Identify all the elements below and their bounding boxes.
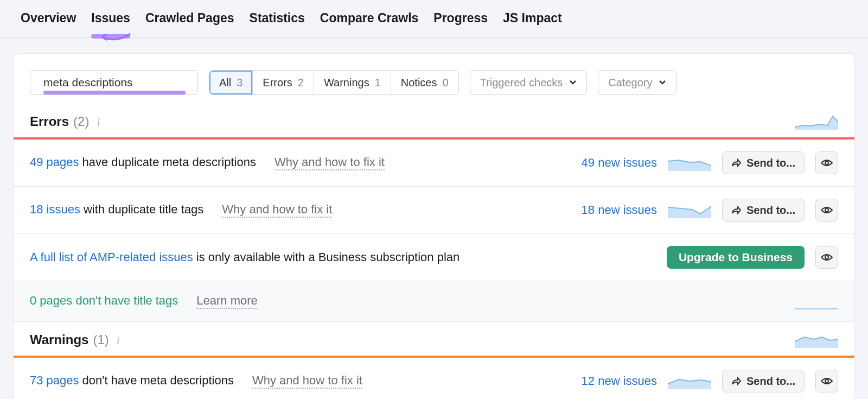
send-to-button[interactable]: Send to... bbox=[722, 199, 805, 221]
svg-point-7 bbox=[825, 379, 828, 383]
help-link[interactable]: Why and how to fix it bbox=[252, 373, 362, 389]
help-link[interactable]: Learn more bbox=[196, 294, 258, 309]
warnings-sparkline bbox=[795, 332, 838, 348]
warnings-header: Warnings (1) i bbox=[14, 322, 854, 356]
filter-warnings[interactable]: Warnings1 bbox=[314, 71, 391, 94]
share-arrow-icon bbox=[731, 377, 741, 385]
issue-row-upsell: A full list of AMP-related issues is onl… bbox=[14, 234, 854, 281]
filter-all[interactable]: All3 bbox=[209, 71, 253, 94]
eye-icon bbox=[821, 159, 833, 167]
issue-row: 73 pages don't have meta descriptions Wh… bbox=[14, 358, 854, 399]
tab-compare-crawls[interactable]: Compare Crawls bbox=[312, 0, 426, 37]
eye-button[interactable] bbox=[815, 246, 838, 269]
send-to-button[interactable]: Send to... bbox=[722, 370, 805, 392]
filter-errors[interactable]: Errors2 bbox=[253, 71, 314, 94]
sparkline bbox=[668, 202, 711, 218]
tab-crawled-pages[interactable]: Crawled Pages bbox=[138, 0, 242, 37]
chevron-down-icon bbox=[569, 80, 577, 85]
svg-point-4 bbox=[825, 161, 828, 164]
issue-row: 18 issues with duplicate title tags Why … bbox=[14, 187, 854, 234]
toolbar: All3 Errors2 Warnings1 Notices0 Triggere… bbox=[14, 70, 854, 104]
warnings-count: (1) bbox=[93, 332, 108, 347]
eye-button[interactable] bbox=[815, 370, 838, 392]
eye-button[interactable] bbox=[815, 151, 838, 174]
category-dropdown[interactable]: Category bbox=[598, 70, 676, 95]
issue-text: is only available with a Business subscr… bbox=[196, 250, 459, 264]
issue-link[interactable]: 49 pages bbox=[30, 155, 79, 169]
errors-sparkline bbox=[795, 113, 838, 130]
errors-title: Errors bbox=[30, 114, 69, 129]
eye-button[interactable] bbox=[815, 199, 838, 221]
upgrade-button[interactable]: Upgrade to Business bbox=[667, 246, 805, 269]
share-arrow-icon bbox=[731, 159, 741, 167]
issue-link[interactable]: 73 pages bbox=[30, 373, 79, 388]
info-icon[interactable]: i bbox=[97, 115, 100, 129]
issue-link[interactable]: A full list of AMP-related issues bbox=[30, 250, 193, 264]
search-input[interactable] bbox=[43, 76, 186, 89]
sparkline bbox=[668, 155, 711, 171]
issue-text: have duplicate meta descriptions bbox=[82, 155, 256, 169]
issue-row: 49 pages have duplicate meta description… bbox=[14, 140, 854, 187]
issue-row-zero: 0 pages don't have title tags Learn more bbox=[14, 281, 854, 322]
issue-link[interactable]: 18 issues bbox=[30, 202, 80, 217]
new-issues-count[interactable]: 12 new issues bbox=[582, 374, 657, 388]
errors-count: (2) bbox=[73, 114, 89, 129]
new-issues-count[interactable]: 49 new issues bbox=[582, 156, 657, 170]
svg-point-5 bbox=[825, 208, 828, 212]
chevron-down-icon bbox=[659, 80, 666, 85]
sparkline bbox=[668, 373, 711, 389]
send-to-button[interactable]: Send to... bbox=[722, 151, 805, 174]
eye-icon bbox=[821, 253, 833, 262]
triggered-checks-dropdown[interactable]: Triggered checks bbox=[470, 70, 588, 95]
errors-header: Errors (2) i bbox=[14, 104, 854, 137]
help-link[interactable]: Why and how to fix it bbox=[222, 202, 332, 218]
annotation-arrow-icon bbox=[98, 31, 136, 45]
help-link[interactable]: Why and how to fix it bbox=[275, 155, 385, 170]
tab-js-impact[interactable]: JS Impact bbox=[495, 0, 570, 37]
share-arrow-icon bbox=[731, 206, 741, 214]
tab-statistics[interactable]: Statistics bbox=[242, 0, 312, 37]
eye-icon bbox=[821, 206, 833, 214]
new-issues-count[interactable]: 18 new issues bbox=[582, 203, 657, 217]
sparkline-flat bbox=[795, 293, 838, 309]
tab-overview[interactable]: Overview bbox=[13, 0, 84, 37]
issue-text: don't have meta descriptions bbox=[82, 373, 234, 388]
tab-progress[interactable]: Progress bbox=[426, 0, 495, 37]
filter-notices[interactable]: Notices0 bbox=[391, 71, 458, 94]
issue-link[interactable]: 0 pages don't have title tags bbox=[30, 294, 178, 308]
search-wrap bbox=[30, 70, 198, 95]
eye-icon bbox=[821, 377, 833, 385]
issues-panel: All3 Errors2 Warnings1 Notices0 Triggere… bbox=[13, 53, 855, 399]
info-icon[interactable]: i bbox=[117, 333, 120, 347]
filter-segment: All3 Errors2 Warnings1 Notices0 bbox=[209, 70, 459, 95]
warnings-title: Warnings bbox=[30, 332, 88, 347]
issue-text: with duplicate title tags bbox=[84, 202, 203, 217]
svg-point-6 bbox=[825, 256, 828, 259]
